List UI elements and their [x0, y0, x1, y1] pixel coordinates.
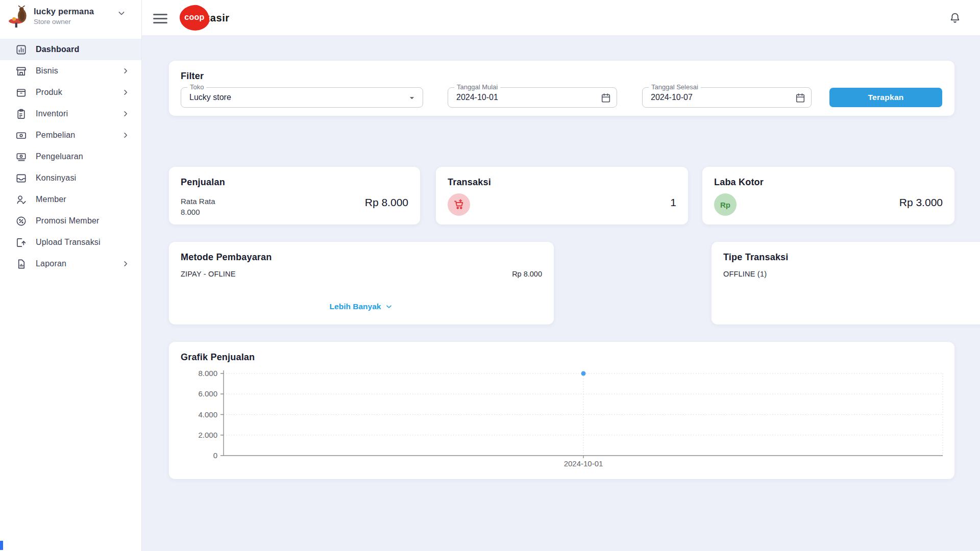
transaction-type-label: OFFLINE (1)	[723, 270, 767, 278]
tanggal-selesai-label: Tanggal Selesai	[649, 83, 701, 91]
cart-plus-icon	[453, 198, 465, 211]
chevron-right-icon	[121, 109, 130, 118]
payment-method-label: ZIPAY - OFLINE	[181, 270, 236, 278]
y-tick-label: 6.000	[198, 389, 217, 398]
sidebar-item-bisnis[interactable]: Bisnis	[0, 60, 141, 82]
calendar-icon[interactable]	[600, 92, 611, 104]
sidebar-item-konsinyasi[interactable]: Konsinyasi	[0, 167, 141, 189]
calendar-icon[interactable]	[795, 92, 806, 104]
chevron-down-icon	[385, 303, 393, 311]
transaction-type-row: OFFLINE (1) Rp 8.000	[723, 270, 980, 278]
sidebar-item-label: Promosi Member	[36, 216, 130, 226]
chevron-right-icon	[121, 259, 130, 268]
tanggal-mulai-label: Tanggal Mulai	[454, 83, 500, 91]
y-tick-label: 8.000	[198, 369, 217, 378]
banknote-icon	[15, 130, 27, 141]
sidebar-item-label: Bisnis	[36, 66, 121, 76]
payment-method-value: Rp 8.000	[512, 270, 542, 278]
bar-chart-icon	[15, 44, 27, 56]
lebih-banyak-link[interactable]: Lebih Banyak	[169, 302, 554, 311]
clipboard-icon	[15, 108, 27, 120]
upload-icon	[15, 237, 27, 248]
penjualan-title: Penjualan	[181, 177, 225, 188]
chevron-right-icon	[121, 66, 130, 76]
hamburger-menu-icon[interactable]	[153, 11, 167, 24]
sidebar-item-label: Pembelian	[36, 131, 121, 140]
y-tick-label: 0	[213, 451, 217, 460]
sidebar: lucky permana Store owner Dashboard Bisn…	[0, 0, 142, 551]
user-name: lucky permana	[34, 7, 94, 16]
store-icon	[15, 65, 27, 77]
sidebar-item-inventori[interactable]: Inventori	[0, 103, 141, 124]
sidebar-item-produk[interactable]: Produk	[0, 82, 141, 103]
rupiah-icon: Rp	[720, 201, 730, 209]
inbox-icon	[15, 172, 27, 184]
tipe-transaksi-title: Tipe Transaksi	[723, 252, 789, 263]
filter-card: Filter Toko Lucky store Tanggal Mulai 20…	[169, 61, 954, 116]
tipe-transaksi-card: Tipe Transaksi OFFLINE (1) Rp 8.000	[712, 242, 980, 324]
tanggal-mulai-input[interactable]: Tanggal Mulai 2024-10-01	[448, 87, 617, 108]
penjualan-average: Rata Rata 8.000	[181, 196, 215, 217]
sidebar-item-label: Konsinyasi	[36, 173, 130, 183]
money-out-icon	[15, 151, 27, 163]
metode-pembayaran-title: Metode Pembayaran	[181, 252, 272, 263]
sidebar-item-laporan[interactable]: Laporan	[0, 253, 141, 274]
chevron-down-icon[interactable]	[116, 8, 127, 18]
sidebar-item-pembelian[interactable]: Pembelian	[0, 124, 141, 146]
sidebar-item-label: Pengeluaran	[36, 152, 130, 161]
sidebar-item-pengeluaran[interactable]: Pengeluaran	[0, 146, 141, 167]
laba-kotor-value: Rp 3.000	[899, 196, 943, 209]
percent-circle-icon	[15, 215, 27, 227]
transaksi-card: Transaksi 1	[436, 167, 688, 224]
sidebar-item-member[interactable]: Member	[0, 189, 141, 210]
filter-title: Filter	[181, 71, 204, 82]
payment-method-row: ZIPAY - OFLINE Rp 8.000	[181, 270, 542, 278]
user-profile[interactable]: lucky permana Store owner	[0, 0, 142, 36]
chevron-right-icon	[121, 131, 130, 140]
metode-pembayaran-card: Metode Pembayaran ZIPAY - OFLINE Rp 8.00…	[169, 242, 554, 324]
tanggal-mulai-value: 2024-10-01	[456, 93, 498, 102]
sidebar-item-label: Upload Transaksi	[36, 238, 130, 247]
sidebar-item-label: Inventori	[36, 109, 121, 118]
sidebar-item-dashboard[interactable]: Dashboard	[0, 39, 141, 60]
data-point	[581, 371, 586, 376]
sidebar-item-label: Member	[36, 195, 130, 204]
transaksi-value: 1	[670, 196, 676, 209]
sidebar-item-label: Dashboard	[36, 45, 130, 54]
user-check-icon	[15, 194, 27, 206]
dropdown-caret-icon[interactable]	[406, 92, 418, 104]
top-header: coop kasir	[142, 0, 980, 36]
x-tick-label: 2024-10-01	[564, 459, 603, 468]
toko-select[interactable]: Toko Lucky store	[181, 87, 423, 108]
user-role: Store owner	[34, 18, 71, 26]
cart-icon-badge	[448, 193, 470, 216]
toko-label: Toko	[187, 83, 206, 91]
sidebar-item-label: Produk	[36, 88, 121, 97]
apply-filter-button[interactable]: Terapkan	[829, 88, 942, 107]
transaksi-title: Transaksi	[448, 177, 491, 188]
sidebar-item-promosi-member[interactable]: Promosi Member	[0, 210, 141, 232]
sidebar-item-upload-transaksi[interactable]: Upload Transaksi	[0, 232, 141, 253]
sidebar-item-label: Laporan	[36, 259, 121, 268]
tanggal-selesai-value: 2024-10-07	[651, 93, 693, 102]
laba-kotor-card: Laba Kotor Rp Rp 3.000	[702, 167, 954, 224]
tanggal-selesai-input[interactable]: Tanggal Selesai 2024-10-07	[642, 87, 812, 108]
toko-value: Lucky store	[189, 93, 231, 102]
chevron-right-icon	[121, 88, 130, 97]
report-document-icon	[15, 258, 27, 270]
sidebar-menu: Dashboard Bisnis Produk Inventori Pembel…	[0, 39, 141, 274]
laba-kotor-title: Laba Kotor	[714, 177, 764, 188]
avatar	[7, 5, 31, 29]
y-tick-label: 2.000	[198, 431, 217, 439]
main-content: Filter Toko Lucky store Tanggal Mulai 20…	[142, 36, 980, 551]
notification-bell-icon[interactable]	[948, 11, 962, 24]
y-tick-label: 4.000	[198, 410, 217, 419]
scrollbar-thumb[interactable]	[0, 541, 3, 550]
penjualan-value: Rp 8.000	[365, 196, 408, 209]
sales-line-chart[interactable]: 8.000 6.000 4.000 2.000 0 2024-10-01	[169, 342, 954, 479]
rupiah-icon-badge: Rp	[714, 193, 737, 216]
logo-mark: coop	[179, 4, 211, 32]
app-logo: coop kasir	[180, 4, 230, 32]
box-icon	[15, 87, 27, 98]
grafik-penjualan-card: Grafik Penjualan 8.000 6.000 4.000 2.000	[169, 342, 954, 479]
